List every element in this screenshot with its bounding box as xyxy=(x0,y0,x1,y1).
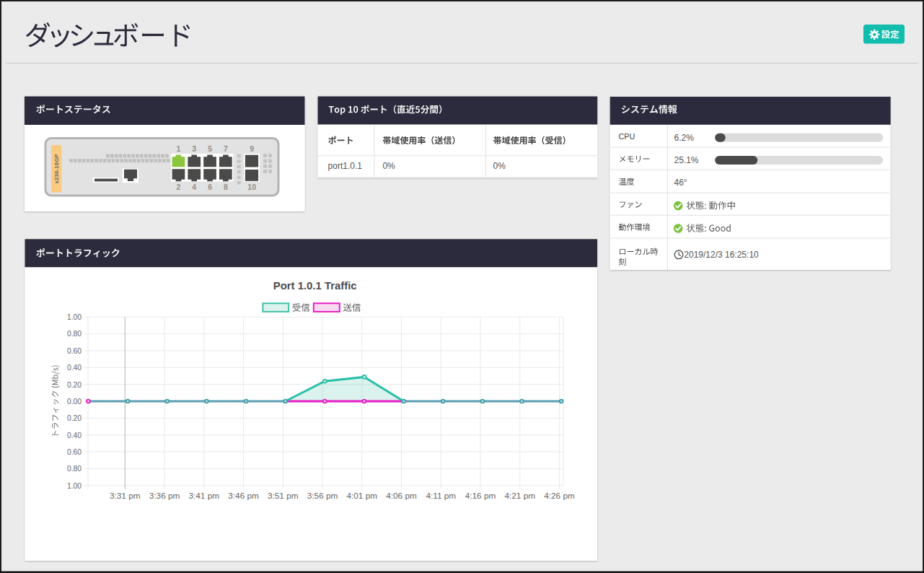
svg-text:0.20: 0.20 xyxy=(67,381,82,389)
svg-text:5: 5 xyxy=(208,144,212,153)
svg-text:0.20: 0.20 xyxy=(67,414,82,422)
svg-text:0.40: 0.40 xyxy=(67,364,82,372)
svg-text:3:31 pm: 3:31 pm xyxy=(110,491,141,501)
svg-text:0.80: 0.80 xyxy=(67,330,82,338)
svg-text:4: 4 xyxy=(192,183,196,191)
svg-text:0.40: 0.40 xyxy=(67,432,82,439)
svg-text:6: 6 xyxy=(208,183,212,191)
svg-text:3: 3 xyxy=(192,144,196,153)
svg-text:2: 2 xyxy=(176,183,180,191)
svg-text:4:21 pm: 4:21 pm xyxy=(504,491,535,501)
svg-text:4:26 pm: 4:26 pm xyxy=(544,491,575,501)
svg-text:0.80: 0.80 xyxy=(67,465,82,473)
svg-text:CPU: CPU xyxy=(619,132,635,141)
svg-text:3:46 pm: 3:46 pm xyxy=(228,491,259,501)
svg-text:4:16 pm: 4:16 pm xyxy=(465,491,496,501)
svg-text:port1.0.1: port1.0.1 xyxy=(328,161,363,171)
svg-text:4:01 pm: 4:01 pm xyxy=(346,491,377,501)
svg-text:x230-10GP: x230-10GP xyxy=(53,154,60,184)
svg-text:7: 7 xyxy=(224,144,228,153)
svg-text:0%: 0% xyxy=(493,161,506,171)
svg-text:46°: 46° xyxy=(674,178,687,188)
svg-text:8: 8 xyxy=(224,183,228,191)
svg-text:0.60: 0.60 xyxy=(67,347,82,355)
svg-text:1.00: 1.00 xyxy=(67,313,82,321)
svg-text:1: 1 xyxy=(176,144,180,153)
svg-text:0%: 0% xyxy=(382,161,395,171)
svg-text:3:41 pm: 3:41 pm xyxy=(188,491,219,501)
svg-text:10: 10 xyxy=(247,183,256,191)
svg-text:0.00: 0.00 xyxy=(67,398,82,406)
svg-text:0.60: 0.60 xyxy=(67,448,82,456)
svg-text:25.1%: 25.1% xyxy=(674,155,699,165)
svg-text:1.00: 1.00 xyxy=(67,482,82,490)
svg-text:6.2%: 6.2% xyxy=(674,133,695,143)
svg-text:3:36 pm: 3:36 pm xyxy=(149,491,180,501)
svg-text:4:06 pm: 4:06 pm xyxy=(386,491,417,501)
svg-text:3:51 pm: 3:51 pm xyxy=(268,491,299,501)
svg-text:Port 1.0.1 Traffic: Port 1.0.1 Traffic xyxy=(273,280,357,292)
svg-text:3:56 pm: 3:56 pm xyxy=(307,491,338,501)
svg-text:4:11 pm: 4:11 pm xyxy=(426,491,456,501)
svg-text:9: 9 xyxy=(250,144,254,153)
svg-text:2019/12/3 16:25:10: 2019/12/3 16:25:10 xyxy=(684,250,759,260)
